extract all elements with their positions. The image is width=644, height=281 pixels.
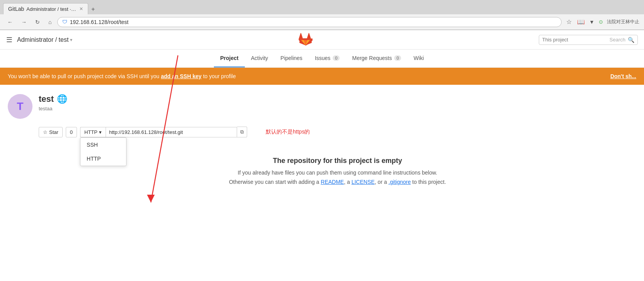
forward-button[interactable]: → <box>19 17 29 27</box>
address-bar-input[interactable] <box>70 19 557 25</box>
browser-menu-button[interactable]: ▾ <box>589 17 595 27</box>
star-button[interactable]: ☆ Star <box>39 127 63 137</box>
clone-dropdown-wrapper: HTTP ▾ ⧉ SSH HTTP <box>80 127 247 137</box>
star-count: 0 <box>66 127 77 137</box>
tab-merge-requests[interactable]: Merge Requests 0 <box>346 50 407 67</box>
empty-repo-desc1: If you already have files you can push t… <box>39 170 636 176</box>
search-input[interactable] <box>542 37 607 43</box>
back-button[interactable]: ← <box>5 17 15 27</box>
breadcrumb-text: Administrator / test <box>17 36 68 43</box>
tab-favicon-icon: GitLab <box>8 6 24 12</box>
new-tab-button[interactable]: + <box>88 4 98 14</box>
star-icon: ☆ <box>43 129 48 135</box>
main-content: T test 🌐 testaa ☆ Star 0 <box>0 85 644 202</box>
home-button[interactable]: ⌂ <box>46 17 54 27</box>
annotation-text: 默认的不是https的 <box>266 129 310 135</box>
project-actions: ☆ Star 0 HTTP ▾ ⧉ SSH <box>39 127 636 137</box>
gitlab-app: ☰ Administrator / test ▾ <box>0 30 644 262</box>
tab-wiki[interactable]: Wiki <box>407 50 430 67</box>
project-header: T test 🌐 testaa <box>8 94 636 119</box>
issues-badge: 0 <box>333 55 340 61</box>
tab-close-button[interactable]: ✕ <box>79 6 83 12</box>
refresh-button[interactable]: ↻ <box>32 17 43 27</box>
clone-protocol-button[interactable]: HTTP ▾ <box>80 127 106 137</box>
merge-requests-badge: 0 <box>394 55 401 61</box>
tab-issues[interactable]: Issues 0 <box>309 50 346 67</box>
project-description: testaa <box>39 106 636 111</box>
tab-title: Administrator / test · Git... <box>26 6 77 12</box>
extension-button[interactable]: ⊙ <box>597 17 605 26</box>
copy-url-button[interactable]: ⧉ <box>237 127 247 137</box>
ssh-warning-banner: You won't be able to pull or push projec… <box>0 68 644 85</box>
hamburger-button[interactable]: ☰ <box>6 36 12 44</box>
tab-pipelines[interactable]: Pipelines <box>274 50 309 67</box>
project-nav: Project Activity Pipelines Issues 0 Merg… <box>0 50 644 68</box>
gitlab-logo <box>299 33 313 47</box>
add-ssh-key-link[interactable]: add an SSH key <box>161 73 202 79</box>
search-button[interactable]: 🔍 <box>628 37 634 43</box>
search-label: Search <box>610 37 625 43</box>
browser-tab[interactable]: GitLab Administrator / test · Git... ✕ <box>3 3 88 14</box>
visibility-icon: 🌐 <box>57 94 67 104</box>
empty-repo-desc2: Otherwise you can start with adding a RE… <box>39 179 636 185</box>
copy-icon: ⧉ <box>240 129 244 135</box>
gitignore-link[interactable]: .gitignore <box>388 179 411 185</box>
tab-project[interactable]: Project <box>214 50 244 67</box>
readme-link[interactable]: README <box>321 179 344 185</box>
clone-url-input[interactable] <box>106 127 237 137</box>
bookmark-button[interactable]: ☆ <box>565 17 573 27</box>
browser-right-text: 法院对王林中止 <box>607 19 639 25</box>
address-bar-container: 🛡 <box>57 17 562 27</box>
chevron-down-icon: ▾ <box>99 129 102 135</box>
dont-show-button[interactable]: Don't sh... <box>610 73 636 79</box>
shield-icon: 🛡 <box>62 19 67 25</box>
tab-activity[interactable]: Activity <box>245 50 274 67</box>
project-info: test 🌐 testaa <box>39 94 636 116</box>
breadcrumb: Administrator / test ▾ <box>17 36 72 43</box>
protocol-http-option[interactable]: HTTP <box>80 152 126 166</box>
protocol-menu: SSH HTTP <box>80 137 126 166</box>
chevron-down-icon: ▾ <box>70 37 72 43</box>
license-link[interactable]: LICENSE <box>352 179 375 185</box>
top-nav: ☰ Administrator / test ▾ <box>0 30 644 50</box>
project-search-box[interactable]: Search 🔍 <box>539 35 638 45</box>
warning-text: You won't be able to pull or push projec… <box>8 73 236 79</box>
reading-list-button[interactable]: 📖 <box>576 17 586 27</box>
protocol-ssh-option[interactable]: SSH <box>80 138 126 152</box>
empty-repo-title: The repository for this project is empty <box>39 157 636 165</box>
project-avatar: T <box>8 94 32 119</box>
project-name: test 🌐 <box>39 94 636 104</box>
